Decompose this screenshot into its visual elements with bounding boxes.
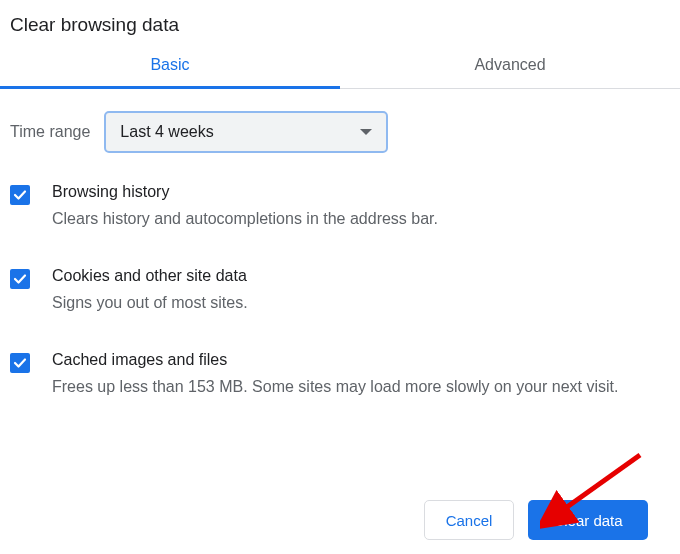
checkbox-browsing-history[interactable] xyxy=(10,185,30,205)
time-range-row: Time range Last 4 weeks xyxy=(0,89,680,163)
dialog-footer: Cancel Clear data xyxy=(424,500,648,540)
check-icon xyxy=(13,188,27,202)
time-range-select[interactable]: Last 4 weeks xyxy=(104,111,388,153)
option-title: Browsing history xyxy=(52,183,670,201)
cancel-button[interactable]: Cancel xyxy=(424,500,514,540)
clear-browsing-data-dialog: Clear browsing data Basic Advanced Time … xyxy=(0,0,680,399)
tabs: Basic Advanced xyxy=(0,44,680,89)
clear-data-button[interactable]: Clear data xyxy=(528,500,648,540)
option-desc: Clears history and autocompletions in th… xyxy=(52,207,670,231)
tab-basic[interactable]: Basic xyxy=(0,44,340,88)
check-icon xyxy=(13,272,27,286)
checkbox-cache[interactable] xyxy=(10,353,30,373)
option-text: Cookies and other site data Signs you ou… xyxy=(52,267,670,315)
check-icon xyxy=(13,356,27,370)
time-range-label: Time range xyxy=(10,123,90,141)
dialog-title: Clear browsing data xyxy=(0,0,680,44)
option-title: Cached images and files xyxy=(52,351,670,369)
tab-advanced[interactable]: Advanced xyxy=(340,44,680,88)
option-cookies: Cookies and other site data Signs you ou… xyxy=(10,267,670,315)
option-cache: Cached images and files Frees up less th… xyxy=(10,351,670,399)
option-text: Browsing history Clears history and auto… xyxy=(52,183,670,231)
options-list: Browsing history Clears history and auto… xyxy=(0,163,680,399)
time-range-value: Last 4 weeks xyxy=(120,123,213,141)
option-text: Cached images and files Frees up less th… xyxy=(52,351,670,399)
option-title: Cookies and other site data xyxy=(52,267,670,285)
option-desc: Frees up less than 153 MB. Some sites ma… xyxy=(52,375,670,399)
option-desc: Signs you out of most sites. xyxy=(52,291,670,315)
checkbox-cookies[interactable] xyxy=(10,269,30,289)
option-browsing-history: Browsing history Clears history and auto… xyxy=(10,183,670,231)
chevron-down-icon xyxy=(360,129,372,135)
